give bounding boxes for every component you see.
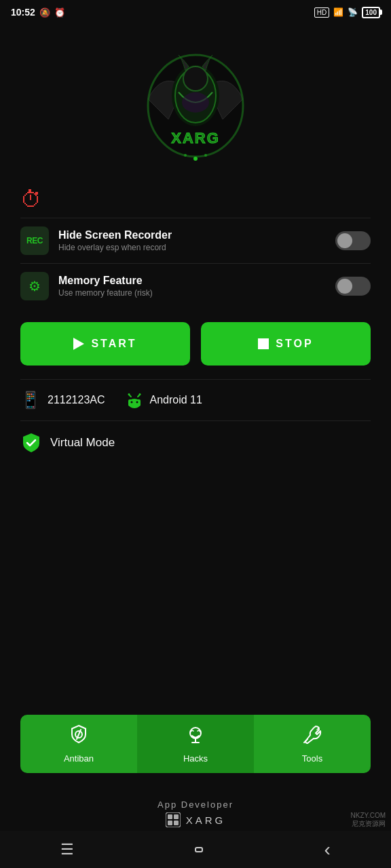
alarm-icon: ⏰ xyxy=(54,7,65,18)
signal-icon: 📶 xyxy=(333,7,343,17)
logo-svg: XARG xyxy=(141,45,250,167)
time-display: 10:52 xyxy=(11,7,35,18)
hamburger-icon: ☰ xyxy=(60,841,74,859)
feature-memory: ⚙ Memory Feature Use memory feature (ris… xyxy=(20,263,371,309)
svg-point-15 xyxy=(136,401,138,403)
svg-rect-29 xyxy=(174,821,179,825)
menu-nav-button[interactable]: ☰ xyxy=(47,835,88,864)
watermark-line1: NKZY.COM xyxy=(351,812,386,819)
phone-icon: 📱 xyxy=(20,391,41,410)
svg-point-3 xyxy=(183,66,208,91)
device-id: 2112123AC xyxy=(48,394,105,406)
feature-left: REC Hide Screen Recorder Hide overlay es… xyxy=(20,226,172,255)
shield-check-icon xyxy=(20,432,42,454)
timer-icon: ⏱ xyxy=(20,187,42,212)
bottom-tabs: Antiban Hacks Tools xyxy=(20,715,371,773)
buttons-row: START STOP xyxy=(20,322,371,366)
info-row: 📱 2112123AC Android 11 xyxy=(20,379,371,420)
hacks-icon xyxy=(185,724,206,749)
developer-name: XARG xyxy=(186,814,226,826)
tab-antiban[interactable]: Antiban xyxy=(20,715,137,773)
hacks-svg xyxy=(185,724,206,745)
svg-text:XARG: XARG xyxy=(171,130,220,146)
start-button[interactable]: START xyxy=(20,322,190,366)
tab-hacks-label: Hacks xyxy=(183,753,208,764)
play-icon xyxy=(73,338,84,350)
svg-rect-26 xyxy=(168,814,172,819)
xarg-box-icon xyxy=(166,812,181,827)
tools-svg xyxy=(302,724,322,745)
back-icon: ‹ xyxy=(324,839,331,861)
logo-area: XARG xyxy=(0,24,391,180)
feature-hide-screen-recorder: REC Hide Screen Recorder Hide overlay es… xyxy=(20,218,371,263)
svg-rect-28 xyxy=(168,821,172,825)
stop-icon xyxy=(258,338,269,349)
rec-icon: REC xyxy=(20,226,49,255)
feature-text-memory: Memory Feature Use memory feature (risk) xyxy=(58,275,153,298)
status-right: HD 📶 📡 100 xyxy=(314,7,380,18)
device-id-item: 📱 2112123AC xyxy=(20,391,105,410)
tab-antiban-label: Antiban xyxy=(64,753,94,764)
svg-point-7 xyxy=(193,157,198,161)
feature-text-hide-recorder: Hide Screen Recorder Hide overlay esp wh… xyxy=(58,229,172,252)
virtual-mode-label: Virtual Mode xyxy=(50,436,115,450)
svg-rect-11 xyxy=(258,338,269,349)
watermark: NKZY.COM 尼克资源网 xyxy=(351,812,386,829)
svg-rect-13 xyxy=(128,399,141,406)
antiban-svg xyxy=(69,724,89,745)
mute-icon: 🔕 xyxy=(39,7,50,18)
tools-icon xyxy=(302,724,322,749)
app-developer-label: App Developer xyxy=(157,800,234,810)
android-version-item: Android 11 xyxy=(126,391,202,409)
svg-rect-27 xyxy=(174,814,179,819)
status-left: 10:52 🔕 ⏰ xyxy=(11,7,65,18)
dev-footer: App Developer XARG xyxy=(0,800,391,827)
svg-point-4 xyxy=(182,92,209,113)
memory-icon: ⚙ xyxy=(20,272,49,300)
tab-hacks[interactable]: Hacks xyxy=(137,715,254,773)
hd-badge: HD xyxy=(314,7,329,18)
tab-tools[interactable]: Tools xyxy=(254,715,371,773)
feature-left-memory: ⚙ Memory Feature Use memory feature (ris… xyxy=(20,272,153,300)
home-nav-button[interactable] xyxy=(181,842,217,858)
battery-display: 100 xyxy=(362,7,380,18)
status-bar: 10:52 🔕 ⏰ HD 📶 📡 100 xyxy=(0,0,391,24)
main-content: ⏱ REC Hide Screen Recorder Hide overlay … xyxy=(0,180,391,465)
nav-bar: ☰ ‹ xyxy=(0,831,391,868)
svg-point-8 xyxy=(184,154,187,157)
home-icon xyxy=(195,847,203,852)
back-nav-button[interactable]: ‹ xyxy=(311,833,344,866)
android-icon xyxy=(126,391,143,409)
svg-point-19 xyxy=(138,393,141,395)
wifi-icon: 📡 xyxy=(348,7,358,17)
toggle-hide-recorder[interactable] xyxy=(335,231,371,250)
toggle-memory[interactable] xyxy=(335,277,371,296)
android-version: Android 11 xyxy=(150,394,202,406)
timer-row: ⏱ xyxy=(20,180,371,218)
developer-name-row: XARG xyxy=(166,812,226,827)
stop-button[interactable]: STOP xyxy=(201,322,371,366)
tab-tools-label: Tools xyxy=(302,753,322,764)
watermark-line2: 尼克资源网 xyxy=(351,819,386,829)
antiban-icon xyxy=(69,724,89,749)
svg-point-9 xyxy=(204,154,207,157)
virtual-mode-row: Virtual Mode xyxy=(20,420,371,465)
svg-marker-10 xyxy=(73,338,84,350)
svg-point-14 xyxy=(130,401,132,403)
logo-container: XARG xyxy=(141,45,250,167)
svg-point-18 xyxy=(128,393,130,395)
